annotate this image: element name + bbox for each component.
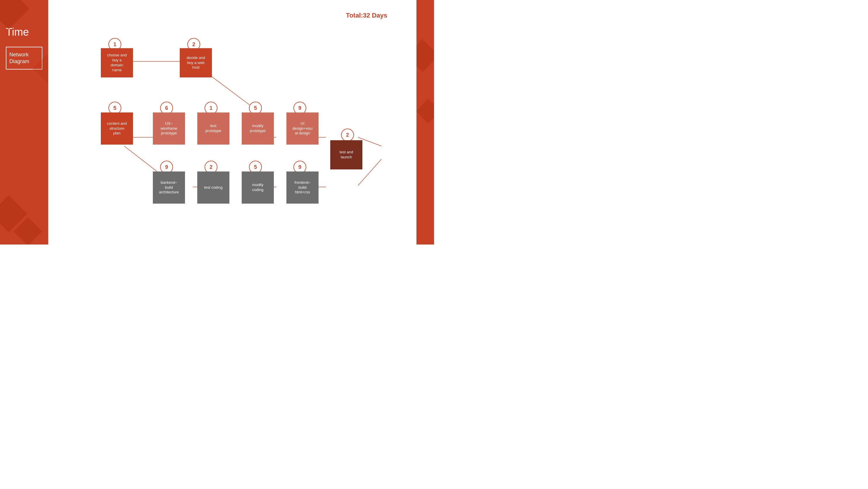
right-strip bbox=[416, 0, 434, 244]
node-ui-design: UIdesign+visual design bbox=[286, 112, 318, 144]
node-ux-wireframe: UX–wireframeprototype bbox=[153, 112, 185, 144]
node-content-plan: content andstructureplan bbox=[101, 112, 133, 144]
diamond-decoration-1 bbox=[0, 0, 30, 30]
node-test-coding: test coding bbox=[197, 171, 229, 204]
circle-2-launch: 2 bbox=[341, 129, 354, 141]
sidebar-box-label: NetworkDiagram bbox=[9, 52, 29, 64]
right-diamond-1 bbox=[416, 39, 434, 72]
sidebar-title: Time bbox=[6, 26, 42, 38]
node-choose-domain: choose andbuy adomainname bbox=[101, 48, 133, 77]
diagram-area: 1 choose andbuy adomainname 2 decide and… bbox=[95, 21, 393, 233]
total-label: Total:32 Days bbox=[346, 12, 387, 19]
node-modify-prototype: modifyprototype bbox=[242, 112, 274, 144]
main-content: Total:32 Days bbox=[48, 0, 416, 244]
right-diamond-2 bbox=[416, 99, 434, 124]
node-frontend: frontend–buildhtml+css bbox=[286, 171, 318, 204]
node-modify-coding: modifycoding bbox=[242, 171, 274, 204]
node-backend: backend–buildarchitecture bbox=[153, 171, 185, 204]
sidebar: Time NetworkDiagram bbox=[0, 0, 48, 244]
node-decide-webhost: decide andbuy a webhost bbox=[180, 48, 212, 77]
node-test-launch: test andlaunch bbox=[330, 140, 363, 169]
node-test-prototype: testprototype bbox=[197, 112, 229, 144]
